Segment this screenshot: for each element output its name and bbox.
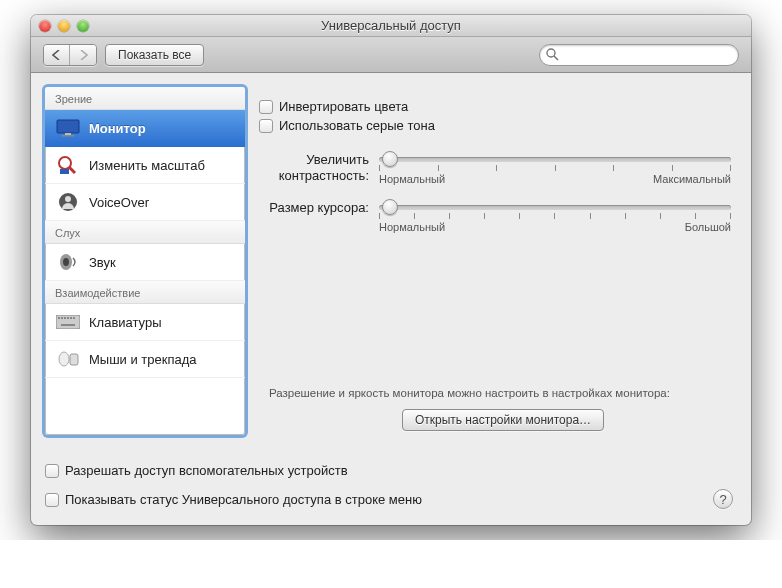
toolbar: Показать все	[31, 37, 751, 73]
help-button[interactable]: ?	[713, 489, 733, 509]
cursor-label: Размер курсора:	[259, 199, 369, 216]
content-pane: Инвертировать цвета Использовать серые т…	[259, 87, 737, 435]
cursor-min-label: Нормальный	[379, 221, 445, 233]
svg-rect-19	[61, 324, 75, 326]
sidebar-item-label: Мыши и трекпада	[89, 352, 197, 367]
checkbox-icon	[259, 100, 273, 114]
svg-rect-7	[60, 169, 69, 174]
svg-rect-3	[65, 133, 71, 135]
footer: Разрешать доступ вспомогательных устройс…	[31, 449, 751, 525]
search-icon	[546, 48, 559, 61]
svg-rect-4	[62, 135, 74, 137]
checkbox-icon	[45, 464, 59, 478]
svg-rect-17	[70, 317, 72, 319]
chevron-left-icon	[52, 50, 61, 60]
preferences-window: Универсальный доступ Показать все Зрение	[31, 15, 751, 525]
cursor-slider[interactable]	[379, 205, 731, 210]
checkbox-icon	[259, 119, 273, 133]
monitor-icon	[55, 118, 81, 138]
svg-point-20	[59, 352, 69, 366]
sidebar-group-hearing: Слух	[45, 221, 245, 244]
assistive-devices-checkbox[interactable]: Разрешать доступ вспомогательных устройс…	[45, 463, 737, 478]
svg-rect-14	[61, 317, 63, 319]
slider-knob[interactable]	[382, 151, 398, 167]
keyboard-icon	[55, 312, 81, 332]
slider-knob[interactable]	[382, 199, 398, 215]
show-menu-status-checkbox[interactable]: Показывать статус Универсального доступа…	[45, 492, 737, 507]
sidebar-group-interaction: Взаимодействие	[45, 281, 245, 304]
sidebar-item-label: Клавиатуры	[89, 315, 162, 330]
voiceover-icon	[55, 192, 81, 212]
svg-line-1	[554, 56, 558, 60]
sidebar-item-audio[interactable]: Звук	[45, 244, 245, 281]
grayscale-checkbox[interactable]: Использовать серые тона	[259, 118, 737, 133]
svg-rect-13	[58, 317, 60, 319]
svg-rect-15	[64, 317, 66, 319]
contrast-label: Увеличить контрастность:	[259, 151, 369, 185]
forward-button[interactable]	[70, 45, 96, 65]
show-all-button[interactable]: Показать все	[105, 44, 204, 66]
svg-rect-2	[57, 120, 79, 133]
titlebar: Универсальный доступ	[31, 15, 751, 37]
close-icon[interactable]	[39, 20, 51, 32]
svg-rect-18	[73, 317, 75, 319]
back-button[interactable]	[44, 45, 70, 65]
svg-point-11	[63, 258, 69, 266]
sidebar-item-display[interactable]: Монитор	[45, 110, 245, 147]
search-field[interactable]	[539, 44, 739, 66]
sidebar-item-label: Изменить масштаб	[89, 158, 205, 173]
minimize-icon[interactable]	[58, 20, 70, 32]
mouse-icon	[55, 349, 81, 369]
sidebar-item-label: Монитор	[89, 121, 146, 136]
sidebar-item-label: Звук	[89, 255, 116, 270]
nav-segment	[43, 44, 97, 66]
checkbox-label: Разрешать доступ вспомогательных устройс…	[65, 463, 348, 478]
open-display-prefs-button[interactable]: Открыть настройки монитора…	[402, 409, 604, 431]
sidebar-group-vision: Зрение	[45, 87, 245, 110]
search-input[interactable]	[539, 44, 739, 66]
svg-rect-21	[70, 354, 78, 365]
sidebar-item-mouse[interactable]: Мыши и трекпада	[45, 341, 245, 378]
window-title: Универсальный доступ	[31, 18, 751, 33]
contrast-max-label: Максимальный	[653, 173, 731, 185]
display-hint: Разрешение и яркость монитора можно наст…	[269, 385, 737, 401]
chevron-right-icon	[79, 50, 88, 60]
svg-point-9	[65, 196, 71, 202]
checkbox-label: Инвертировать цвета	[279, 99, 408, 114]
sidebar: Зрение Монитор Изменить масштаб	[45, 87, 245, 435]
sidebar-item-voiceover[interactable]: VoiceOver	[45, 184, 245, 221]
speaker-icon	[55, 252, 81, 272]
cursor-max-label: Большой	[685, 221, 731, 233]
contrast-min-label: Нормальный	[379, 173, 445, 185]
checkbox-label: Показывать статус Универсального доступа…	[65, 492, 422, 507]
svg-line-6	[69, 167, 75, 173]
svg-rect-16	[67, 317, 69, 319]
sidebar-item-label: VoiceOver	[89, 195, 149, 210]
sidebar-item-zoom[interactable]: Изменить масштаб	[45, 147, 245, 184]
checkbox-icon	[45, 493, 59, 507]
sidebar-item-keyboard[interactable]: Клавиатуры	[45, 304, 245, 341]
invert-colors-checkbox[interactable]: Инвертировать цвета	[259, 99, 737, 114]
zoom-icon	[55, 155, 81, 175]
contrast-slider[interactable]	[379, 157, 731, 162]
zoom-window-icon[interactable]	[77, 20, 89, 32]
checkbox-label: Использовать серые тона	[279, 118, 435, 133]
svg-point-0	[547, 49, 555, 57]
traffic-lights	[39, 20, 89, 32]
